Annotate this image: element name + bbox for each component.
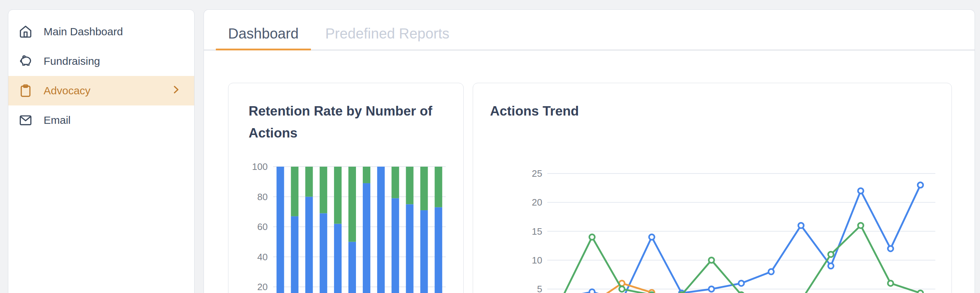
y-axis-tick: 20 — [532, 197, 542, 208]
tab-bar: Dashboard Predefined Reports — [204, 10, 975, 51]
home-icon — [18, 24, 33, 39]
bar-segment-retained — [291, 216, 298, 293]
actions-trend-line-chart: 252015105 — [503, 163, 954, 293]
bar-segment-churned — [434, 167, 442, 207]
sidebar-item-email[interactable]: Email — [8, 106, 194, 135]
bar-segment-retained — [434, 207, 442, 293]
bar-segment-retained — [363, 183, 371, 293]
bar-segment-churned — [320, 167, 327, 213]
bar-segment-retained — [334, 224, 342, 293]
bar-segment-retained — [277, 167, 284, 293]
bar-segment-retained — [348, 242, 356, 293]
point-series-blue — [858, 188, 863, 194]
bar-segment-retained — [406, 204, 414, 293]
dashboard-cards-row: Retention Rate by Number of Actions 1008… — [228, 83, 975, 293]
y-axis-tick: 25 — [532, 168, 542, 179]
bar-segment-churned — [334, 167, 342, 224]
envelope-icon — [18, 113, 33, 128]
point-series-green — [589, 234, 595, 240]
y-axis-tick: 100 — [252, 163, 268, 172]
point-series-green — [918, 290, 923, 293]
point-series-blue — [888, 246, 893, 251]
piggy-bank-icon — [18, 54, 33, 69]
bar-segment-retained — [305, 197, 313, 293]
point-series-blue — [918, 182, 923, 188]
point-series-green — [619, 287, 625, 292]
point-series-blue — [768, 269, 774, 274]
bar-segment-retained — [420, 210, 428, 293]
point-series-blue — [709, 287, 714, 292]
bar-segment-retained — [320, 213, 327, 293]
y-axis-tick: 80 — [257, 192, 268, 202]
chevron-right-icon — [170, 84, 181, 98]
sidebar-item-label: Fundraising — [44, 55, 100, 67]
retention-rate-card: Retention Rate by Number of Actions 1008… — [228, 83, 464, 293]
y-axis-tick: 20 — [257, 282, 268, 292]
point-series-green — [858, 223, 863, 228]
bar-segment-retained — [391, 198, 399, 293]
y-axis-tick: 40 — [257, 252, 268, 262]
sidebar-item-label: Email — [44, 114, 71, 126]
point-series-blue — [738, 280, 744, 286]
point-series-blue — [649, 234, 654, 240]
bar-segment-retained — [377, 167, 385, 293]
line-series-blue — [562, 185, 920, 293]
point-series-green — [888, 280, 893, 286]
bar-segment-churned — [406, 167, 414, 204]
tab-predefined-reports[interactable]: Predefined Reports — [313, 25, 462, 50]
point-series-blue — [799, 223, 804, 228]
point-series-green — [828, 252, 834, 257]
bar-segment-churned — [420, 167, 428, 210]
point-series-blue — [828, 263, 834, 269]
y-axis-tick: 15 — [532, 226, 542, 237]
bar-segment-churned — [391, 167, 399, 198]
sidebar-item-fundraising[interactable]: Fundraising — [8, 46, 194, 76]
main-panel: Dashboard Predefined Reports Retention R… — [204, 10, 975, 293]
point-series-green — [709, 257, 714, 263]
bar-segment-churned — [348, 167, 356, 242]
y-axis-tick: 60 — [257, 222, 268, 232]
actions-trend-card: Actions Trend 252015105 — [473, 83, 952, 293]
bar-segment-churned — [291, 167, 298, 216]
sidebar-item-label: Advocacy — [44, 85, 91, 97]
point-series-blue — [589, 290, 595, 293]
tab-dashboard[interactable]: Dashboard — [216, 25, 311, 50]
sidebar-item-label: Main Dashboard — [44, 25, 123, 38]
sidebar-item-main-dashboard[interactable]: Main Dashboard — [8, 17, 194, 46]
bar-segment-churned — [363, 167, 371, 183]
sidebar: Main Dashboard Fundraising Advocacy — [8, 10, 194, 293]
bar-segment-churned — [305, 167, 313, 197]
sidebar-item-advocacy[interactable]: Advocacy — [8, 76, 194, 106]
retention-chart-title: Retention Rate by Number of Actions — [228, 83, 463, 144]
retention-stacked-bar-chart: 10080604020 — [249, 163, 455, 293]
clipboard-icon — [18, 84, 33, 98]
trend-chart-title: Actions Trend — [473, 83, 951, 122]
y-axis-tick: 5 — [537, 283, 542, 293]
y-axis-tick: 10 — [532, 255, 542, 266]
